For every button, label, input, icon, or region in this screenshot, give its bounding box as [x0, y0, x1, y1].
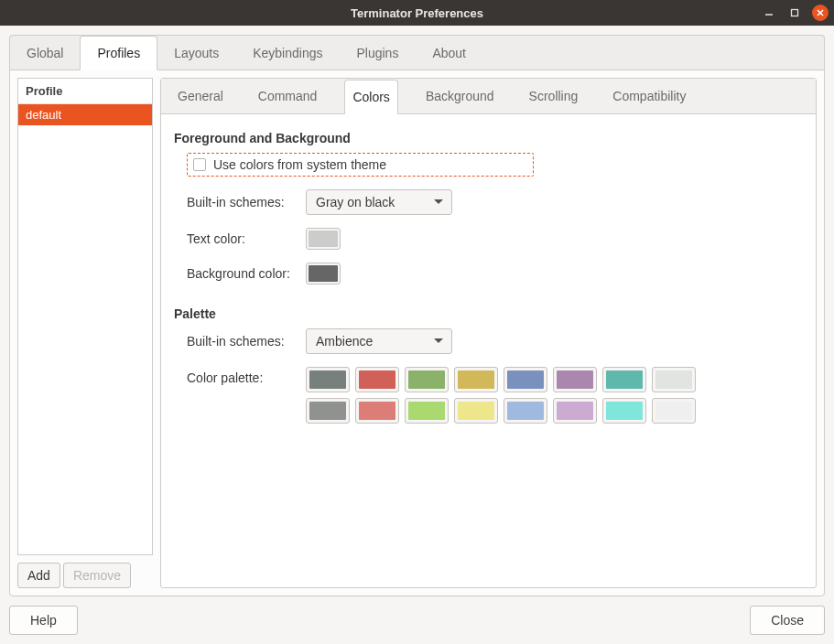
window-title: Terminator Preferences	[351, 6, 483, 20]
settings-panel: GeneralCommandColorsBackgroundScrollingC…	[160, 78, 817, 588]
main-area: Profile default Add Remove GeneralComman…	[9, 70, 825, 596]
minimize-button[interactable]	[761, 5, 777, 21]
profile-item[interactable]: default	[18, 104, 152, 125]
palette-heading: Palette	[174, 306, 803, 321]
palette-scheme-combo[interactable]: Ambience	[306, 328, 452, 354]
palette-swatch-0[interactable]	[306, 367, 350, 392]
palette-swatch-3[interactable]	[454, 367, 498, 392]
palette-color	[557, 370, 593, 389]
main-tab-global[interactable]: Global	[10, 37, 81, 70]
bg-color-swatch	[309, 265, 338, 282]
palette-grid	[306, 367, 696, 424]
settings-tab-compatibility[interactable]: Compatibility	[605, 80, 693, 114]
fgbg-scheme-label: Built-in schemes:	[187, 195, 306, 209]
palette-color	[606, 370, 643, 389]
palette-swatch-9[interactable]	[355, 398, 399, 424]
fg-bg-section: Use colors from system theme Built-in sc…	[187, 153, 803, 284]
palette-swatch-15[interactable]	[652, 398, 696, 424]
palette-color	[557, 402, 593, 420]
palette-swatch-7[interactable]	[652, 367, 696, 392]
settings-tab-background[interactable]: Background	[418, 80, 502, 114]
palette-swatch-12[interactable]	[504, 398, 547, 424]
palette-color	[309, 402, 346, 420]
palette-swatch-10[interactable]	[405, 398, 449, 424]
text-color-label: Text color:	[187, 231, 306, 246]
profile-list[interactable]: Profile default	[17, 78, 153, 555]
help-button[interactable]: Help	[9, 606, 78, 635]
fgbg-scheme-value: Gray on black	[316, 195, 395, 209]
add-profile-button[interactable]: Add	[17, 563, 60, 588]
main-tab-profiles[interactable]: Profiles	[80, 36, 157, 70]
palette-color	[359, 370, 395, 389]
palette-color	[309, 370, 346, 389]
palette-swatch-2[interactable]	[405, 367, 449, 392]
palette-color	[655, 370, 692, 389]
main-tab-layouts[interactable]: Layouts	[157, 37, 236, 70]
palette-swatch-6[interactable]	[602, 367, 646, 392]
palette-swatch-8[interactable]	[306, 398, 350, 424]
settings-tab-colors[interactable]: Colors	[344, 80, 397, 114]
titlebar: Terminator Preferences	[0, 0, 834, 26]
palette-color	[408, 370, 445, 389]
palette-swatch-1[interactable]	[355, 367, 399, 392]
window-controls	[761, 5, 829, 21]
main-tab-plugins[interactable]: Plugins	[340, 37, 416, 70]
palette-swatch-14[interactable]	[602, 398, 646, 424]
main-tab-keybindings[interactable]: Keybindings	[236, 37, 340, 70]
use-system-theme-label: Use colors from system theme	[213, 157, 386, 172]
bg-color-label: Background color:	[187, 266, 306, 281]
palette-swatch-5[interactable]	[553, 367, 597, 392]
main-tabs: GlobalProfilesLayoutsKeybindingsPluginsA…	[9, 35, 825, 70]
fgbg-scheme-combo[interactable]: Gray on black	[306, 189, 452, 215]
palette-color	[458, 370, 494, 389]
palette-scheme-value: Ambience	[316, 334, 373, 349]
close-button[interactable]: Close	[750, 606, 825, 635]
remove-profile-button: Remove	[63, 563, 131, 588]
palette-color	[606, 402, 643, 420]
palette-color	[507, 370, 544, 389]
close-window-button[interactable]	[812, 5, 829, 21]
settings-tabs: GeneralCommandColorsBackgroundScrollingC…	[161, 79, 816, 114]
profile-list-header: Profile	[18, 79, 152, 104]
fg-bg-heading: Foreground and Background	[174, 131, 803, 145]
palette-swatch-11[interactable]	[454, 398, 498, 424]
settings-body: Foreground and Background Use colors fro…	[161, 114, 816, 440]
palette-color	[655, 402, 692, 420]
maximize-button[interactable]	[786, 5, 803, 21]
palette-swatch-13[interactable]	[553, 398, 597, 424]
palette-swatch-4[interactable]	[504, 367, 547, 392]
profile-column: Profile default Add Remove	[17, 78, 153, 588]
profile-buttons: Add Remove	[17, 563, 153, 588]
palette-scheme-label: Built-in schemes:	[187, 334, 306, 349]
settings-tab-command[interactable]: Command	[251, 80, 325, 114]
use-system-theme-checkbox[interactable]: Use colors from system theme	[187, 153, 534, 177]
main-tab-about[interactable]: About	[416, 37, 483, 70]
dialog-action-bar: Help Close	[9, 596, 825, 635]
color-palette-label: Color palette:	[187, 367, 306, 385]
settings-tab-scrolling[interactable]: Scrolling	[522, 80, 586, 114]
palette-color	[458, 402, 494, 420]
palette-section: Built-in schemes: Ambience Color palette…	[187, 328, 803, 424]
palette-color	[507, 402, 544, 420]
palette-color	[408, 402, 445, 420]
palette-color	[359, 402, 395, 420]
bg-color-button[interactable]	[306, 263, 341, 284]
text-color-swatch	[309, 231, 338, 247]
text-color-button[interactable]	[306, 228, 341, 250]
checkbox-icon	[193, 158, 206, 171]
window-body: GlobalProfilesLayoutsKeybindingsPluginsA…	[0, 26, 834, 644]
settings-tab-general[interactable]: General	[170, 80, 231, 114]
svg-rect-1	[792, 10, 798, 16]
